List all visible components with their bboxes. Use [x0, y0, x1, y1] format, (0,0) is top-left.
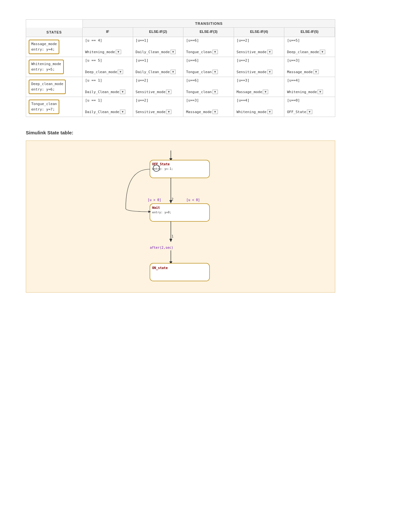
svg-text:entry: y=0;: entry: y=0; — [152, 211, 171, 214]
dropdown-1-2[interactable]: Tongue_clean ▼ — [186, 70, 231, 74]
state-cell-3: Tongue_clean entry: y=7; — [26, 97, 83, 117]
svg-text:after(2,sec): after(2,sec) — [150, 246, 173, 249]
dropdown-0-0[interactable]: Whitening_mode ▼ — [85, 50, 130, 54]
dropdown-3-4[interactable]: OFF_State ▼ — [287, 110, 332, 114]
dropdown-2-1[interactable]: Sensitive_mode ▼ — [136, 90, 181, 94]
state-label-3: Tongue_clean entry: y=7; — [29, 100, 59, 114]
simulink-title: Simulink State table: — [26, 130, 385, 135]
dropdown-arrow[interactable]: ▼ — [171, 70, 176, 74]
dropdown-1-0[interactable]: Deep_clean_mode ▼ — [85, 70, 130, 74]
svg-text:Wait: Wait — [152, 206, 160, 209]
trans-1-2: [u==6] Tongue_clean ▼ — [183, 57, 234, 77]
col-elseif5: ELSE-IF(5) — [284, 28, 335, 37]
svg-text:OFF_State: OFF_State — [152, 162, 170, 166]
trans-2-2: [u==6] Tongue_clean ▼ — [183, 77, 234, 97]
dropdown-arrow[interactable]: ▼ — [212, 70, 218, 74]
trans-3-2: [u==3] Massage_mode ▼ — [183, 97, 234, 117]
dropdown-2-4[interactable]: Whitening_mode ▼ — [287, 90, 332, 94]
state-cell-0: Massage_mode entry: y=4; — [26, 37, 83, 57]
trans-1-0: [u == 5] Deep_clean_mode ▼ — [83, 57, 133, 77]
svg-text:1: 1 — [171, 235, 173, 238]
dropdown-arrow[interactable]: ▼ — [263, 90, 268, 94]
trans-1-3: [u==2] Sensitive_mode ▼ — [234, 57, 285, 77]
state-label-1: Whitening_mode entry: y=5; — [29, 60, 64, 74]
dropdown-arrow[interactable]: ▼ — [120, 90, 125, 94]
svg-text:entry: y=-1;: entry: y=-1; — [152, 167, 173, 170]
dropdown-arrow[interactable]: ▼ — [318, 90, 323, 94]
dropdown-arrow[interactable]: ▼ — [320, 50, 325, 54]
svg-text:[u < 0]: [u < 0] — [186, 198, 200, 202]
state-label-2: Deep_clean_mode entry: y=6; — [29, 80, 66, 94]
trans-0-0: [u == 4] Whitening_mode ▼ — [83, 37, 133, 57]
col-elseif4: ELSE-IF(4) — [234, 28, 285, 37]
state-table-wrapper: TRANSITIONS STATES IF ELSE-IF(2) ELSE-IF… — [26, 19, 335, 117]
dropdown-1-3[interactable]: Sensitive_mode ▼ — [237, 70, 282, 74]
col-elseif2: ELSE-IF(2) — [133, 28, 184, 37]
dropdown-3-2[interactable]: Massage_mode ▼ — [186, 110, 231, 114]
dropdown-2-3[interactable]: Massage_mode ▼ — [237, 90, 282, 94]
dropdown-2-0[interactable]: Daily_Clean_mode ▼ — [85, 90, 130, 94]
col-elseif3: ELSE-IF(3) — [183, 28, 234, 37]
dropdown-arrow[interactable]: ▼ — [166, 90, 171, 94]
dropdown-0-4[interactable]: Deep_clean_mode ▼ — [287, 50, 332, 54]
dropdown-3-3[interactable]: Whitening_mode ▼ — [237, 110, 282, 114]
dropdown-arrow[interactable]: ▼ — [120, 110, 125, 114]
dropdown-arrow[interactable]: ▼ — [313, 70, 319, 74]
dropdown-1-1[interactable]: Daily_Clean_mode ▼ — [136, 70, 181, 74]
dropdown-3-1[interactable]: Sensitive_mode ▼ — [136, 110, 181, 114]
dropdown-arrow[interactable]: ▼ — [307, 110, 312, 114]
dropdown-arrow[interactable]: ▼ — [116, 50, 121, 54]
svg-text:[u > 0]: [u > 0] — [148, 198, 161, 202]
trans-0-3: [u==2] Sensitive_mode ▼ — [234, 37, 285, 57]
svg-text:2: 2 — [171, 198, 173, 201]
dropdown-arrow[interactable]: ▼ — [212, 110, 218, 114]
state-cell-1: Whitening_mode entry: y=5; — [26, 57, 83, 77]
trans-2-3: [u==3] Massage_mode ▼ — [234, 77, 285, 97]
simulink-diagram: OFF_State entry: y=-1; [u > 0] [u < 0] 2… — [26, 140, 335, 293]
dropdown-arrow[interactable]: ▼ — [212, 50, 218, 54]
trans-3-1: [u==2] Sensitive_mode ▼ — [133, 97, 184, 117]
dropdown-1-4[interactable]: Massage_mode ▼ — [287, 70, 332, 74]
dropdown-arrow[interactable]: ▼ — [267, 110, 273, 114]
trans-3-4: [u==0] OFF_State ▼ — [284, 97, 335, 117]
trans-2-0: [u == 1] Daily_Clean_mode ▼ — [83, 77, 133, 97]
dropdown-arrow[interactable]: ▼ — [118, 70, 123, 74]
col-if: IF — [83, 28, 133, 37]
dropdown-arrow[interactable]: ▼ — [267, 70, 273, 74]
trans-2-1: [u==2] Sensitive_mode ▼ — [133, 77, 184, 97]
trans-0-2: [u==6] Tongue_clean ▼ — [183, 37, 234, 57]
dropdown-2-2[interactable]: Tongue_clean ▼ — [186, 90, 231, 94]
state-cell-2: Deep_clean_mode entry: y=6; — [26, 77, 83, 97]
svg-text:ON_state: ON_state — [152, 266, 168, 270]
dropdown-3-0[interactable]: Daily_Clean_mode ▼ — [85, 110, 130, 114]
dropdown-arrow[interactable]: ▼ — [212, 90, 218, 94]
trans-0-4: [u==5] Deep_clean_mode ▼ — [284, 37, 335, 57]
dropdown-arrow[interactable]: ▼ — [166, 110, 171, 114]
table-grid: STATES IF ELSE-IF(2) ELSE-IF(3) ELSE-IF(… — [26, 28, 335, 117]
dropdown-arrow[interactable]: ▼ — [171, 50, 176, 54]
state-label-0: Massage_mode entry: y=4; — [29, 40, 59, 54]
dropdown-0-2[interactable]: Tongue_clean ▼ — [186, 50, 231, 54]
trans-1-1: [u==1] Daily_Clean_mode ▼ — [133, 57, 184, 77]
trans-1-4: [u==3] Massage_mode ▼ — [284, 57, 335, 77]
states-col-header: STATES — [26, 28, 83, 37]
trans-3-3: [u==4] Whitening_mode ▼ — [234, 97, 285, 117]
simulink-svg: OFF_State entry: y=-1; [u > 0] [u < 0] 2… — [100, 147, 261, 286]
trans-3-0: [u == 1] Daily_Clean_mode ▼ — [83, 97, 133, 117]
dropdown-0-3[interactable]: Sensitive_mode ▼ — [237, 50, 282, 54]
transitions-banner: TRANSITIONS — [83, 20, 335, 28]
dropdown-0-1[interactable]: Daily_Clean_mode ▼ — [136, 50, 181, 54]
dropdown-arrow[interactable]: ▼ — [267, 50, 273, 54]
trans-2-4: [u==4] Whitening_mode ▼ — [284, 77, 335, 97]
trans-0-1: [u==1] Daily_Clean_mode ▼ — [133, 37, 184, 57]
